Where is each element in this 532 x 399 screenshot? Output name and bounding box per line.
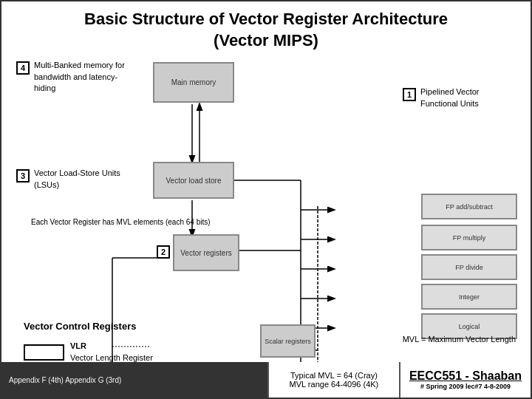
multi-banked-num: 4 <box>16 61 30 75</box>
vcr-label: Vector Control Registers <box>24 321 136 332</box>
fp-unit-1: FP add/subtract <box>421 194 517 219</box>
vls-label: 3 Vector Load-Store Units (LSUs) <box>16 168 142 191</box>
main-memory-box: Main memory <box>153 62 234 103</box>
pipelined-num: 1 <box>403 88 416 101</box>
slide-title: Basic Structure of Vector Register Archi… <box>9 9 523 51</box>
vreg-wrapper: 2 Vector registers <box>157 234 239 271</box>
multi-banked-text: Multi-Banked memory for bandwidth and la… <box>34 60 138 94</box>
vlr-label: VLR Vector Length Register <box>70 341 153 364</box>
course-info: EECC551 - Shaaban # Spring 2009 lec#7 4-… <box>400 362 531 398</box>
multi-banked-label: 4 Multi-Banked memory for bandwidth and … <box>16 60 138 94</box>
bottom-bar: Appendix F (4th) Appendix G (3rd) Typica… <box>1 362 531 398</box>
vreg-box: Vector registers <box>173 234 239 271</box>
appendix-label: Appendix F (4th) Appendix G (3rd) <box>1 362 267 398</box>
vls-text: Vector Load-Store Units (LSUs) <box>34 168 142 191</box>
each-vector-label: Each Vector Register has MVL elements (e… <box>31 217 211 228</box>
fp-unit-3: FP divide <box>421 254 517 280</box>
mvl-label: MVL = Maximum Vector Length <box>403 335 516 344</box>
vls-num: 3 <box>16 169 30 183</box>
fp-unit-2: FP multiply <box>421 225 517 250</box>
vlr-box <box>24 344 64 361</box>
sreg-box: Scalar registers <box>260 324 316 358</box>
pipelined-label: 1 Pipelined Vector Functional Units <box>403 86 517 109</box>
pipelined-text: Pipelined Vector Functional Units <box>420 86 517 109</box>
slide: Basic Structure of Vector Register Archi… <box>0 0 532 399</box>
vls-box: Vector load store <box>153 162 234 199</box>
vlr-item: VLR Vector Length Register <box>24 341 153 364</box>
vreg-num: 2 <box>157 245 170 259</box>
typical-mvl: Typical MVL = 64 (Cray) MVL range 64-409… <box>267 362 400 398</box>
content-area: 4 Multi-Banked memory for bandwidth and … <box>9 58 523 388</box>
fp-unit-4: Integer <box>421 284 517 310</box>
